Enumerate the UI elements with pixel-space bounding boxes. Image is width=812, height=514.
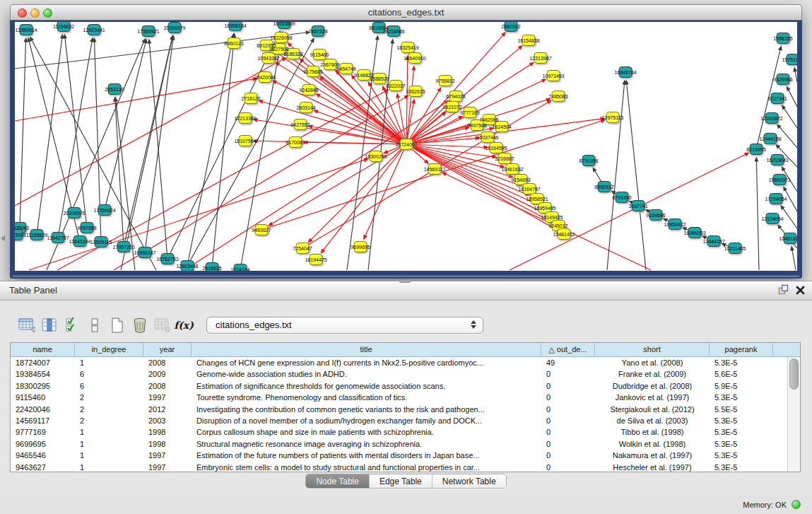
float-window-icon[interactable] [778,284,789,298]
cell-year: 1997 [143,392,192,403]
graph-node-label: 1824594 [492,124,511,129]
column-header-out_degree[interactable]: △ out_de... [541,343,595,356]
column-header-pagerank[interactable]: pagerank [710,343,773,356]
graph-node-label: 8215955 [746,147,765,152]
graph-node-label: 9170083 [286,140,305,145]
graph-node-label: 18164595 [485,146,507,151]
column-header-name[interactable]: name [11,343,75,356]
cell-title: Investigating the contribution of common… [192,404,541,415]
graph-node-label: 8322037 [386,83,405,88]
graph-node-label: 9115460 [310,52,329,57]
cell-year: 2008 [143,380,192,392]
table-row[interactable]: 911546021997Tourette syndrome. Phenomeno… [11,392,787,403]
memory-status-label: Memory: OK [743,501,787,509]
rows-icon[interactable] [83,315,106,336]
cell-pagerank: 5.3E-5 [710,462,773,472]
graph-node-label: 15692971 [768,177,790,182]
vertical-scrollbar[interactable] [787,357,800,472]
graph-node-label: 1335061 [15,226,30,230]
tab-network-table[interactable]: Network Table [433,474,506,488]
table-row[interactable]: 946554611997Estimation of the future num… [11,450,787,461]
trash-icon[interactable] [129,315,151,336]
graph-node-label: 2718120 [241,96,260,101]
cell-pagerank: 5.3E-5 [710,438,773,450]
cell-in_degree: 1 [75,450,143,461]
cell-short: de Silva et al. (2003) [595,415,710,426]
tab-node-table[interactable]: Node Table [306,474,370,488]
graph-node-label: 16959495 [534,206,555,211]
graph-node-label: 3913958 [15,233,26,238]
cell-in_degree: 1 [75,438,143,450]
table-selector[interactable]: citations_edges.txt [206,317,483,334]
table-row[interactable]: 1872400712008Changes of HCN gene express… [11,357,787,368]
table-row[interactable]: 977716911998Corpus callosum shape and si… [11,426,787,438]
graph-node-label: 18958521 [526,197,548,201]
scrollbar-thumb[interactable] [789,358,799,390]
cell-title: Structural magnetic resonance image aver… [192,438,541,450]
memory-status-indicator [792,500,801,509]
graph-node-label: 17359924 [93,208,115,213]
cell-year: 2009 [143,368,192,380]
column-header-in_degree[interactable]: in_degree [75,343,143,356]
cell-out_degree: 0 [541,462,595,472]
column-header-year[interactable]: year [143,343,192,356]
splitter-handle[interactable] [399,279,411,283]
table-row[interactable]: 969969511998Structural magnetic resonanc… [11,438,787,450]
graph-node-label: 16958184 [224,23,246,28]
graph-node-label: 9242848 [299,88,318,93]
graph-node-label: 10461632 [501,167,523,172]
table-body: 1872400712008Changes of HCN gene express… [11,357,787,472]
table-mode-icon[interactable]: ⚙ [16,315,38,336]
graph-node-label: 16164797 [518,187,540,192]
graph-node-label: 6794028 [446,94,465,99]
graph-node-label: 16210643 [766,158,788,163]
graph-node-label: 12923441 [83,28,105,33]
table-row[interactable]: 2242004622012Investigating the contribut… [11,404,787,415]
graph-node-label: 16154838 [517,38,539,43]
table-selector-value: citations_edges.txt [216,317,292,333]
cell-short: Yano et al. (2008) [595,357,710,368]
graph-node-label: 10973493 [542,74,564,78]
graph-node-label: 12093872 [760,116,782,121]
table-tab-bar: Node TableEdge TableNetwork Table [0,474,812,489]
cell-pagerank: 5.9E-5 [710,380,773,392]
graph-node-label: 18226058 [270,35,292,40]
collapse-arrow-icon[interactable] [1,235,5,241]
column-header-title[interactable]: title [192,343,541,356]
graph-node-label: 8186328 [283,52,302,57]
select-checklist-icon[interactable] [61,315,83,336]
table-row[interactable]: 1830029562008Estimation of significance … [11,380,787,392]
network-window-titlebar[interactable]: citations_edges.txt [10,4,802,21]
table-column-icon[interactable] [38,315,61,336]
cell-year: 2008 [143,357,192,368]
new-document-icon[interactable] [106,315,129,336]
graph-node-label: 18724007 [395,142,417,147]
cell-name: 9463627 [11,462,75,472]
graph-node-label: 16648784 [614,70,636,75]
cell-out_degree: 49 [541,357,595,368]
graph-node-label: 16782753 [156,257,178,262]
network-canvas[interactable]: 1872400789129551822605898275088186328911… [15,22,797,271]
table-panel-titlebar: Table Panel [0,281,812,300]
column-header-short[interactable]: short [595,343,710,356]
graph-node-label: 10959422 [664,222,686,227]
table-panel: Table Panel ⚙f(x) citations_ed [0,281,812,495]
cell-name: 9777169 [11,426,75,438]
table-disabled-icon [151,315,174,336]
graph-node-label: 11156829 [26,233,47,238]
network-view-window: citations_edges.txt 18724007891295518226… [10,4,802,279]
table-row[interactable]: 1456911722003Disruption of a novel membe… [11,415,787,426]
cell-in_degree: 2 [75,392,143,403]
table-row[interactable]: 946362711997Embryonic stem cells: a mode… [11,462,787,472]
graph-node-label: 7254047 [293,246,312,251]
graph-node-label: 12104054 [761,216,783,221]
function-icon[interactable]: f(x) [174,315,196,336]
graph-node-label: 8592912 [594,185,613,189]
graph-node-label: 12213389 [234,116,256,121]
cell-pagerank: 5.3E-5 [710,357,773,368]
cell-year: 1997 [143,462,192,472]
cell-out_degree: 0 [541,450,595,461]
close-icon[interactable] [796,285,805,298]
table-row[interactable]: 1938455462009Genome-wide association stu… [11,368,787,380]
tab-edge-table[interactable]: Edge Table [370,474,433,488]
